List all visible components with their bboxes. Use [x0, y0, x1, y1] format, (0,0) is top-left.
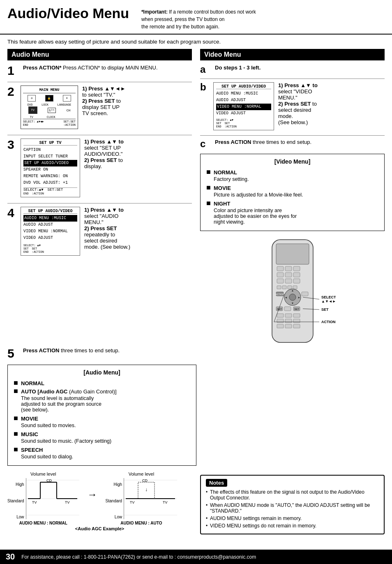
svg-text:ACTION: ACTION [275, 293, 284, 296]
divider-b [200, 135, 385, 136]
notes-item-4: VIDEO MENU settings do not remain in mem… [206, 523, 379, 529]
svg-text:TV: TV [32, 500, 37, 504]
audio-auto-row: ■ AUTO [Audio AGC (Auto Gain Control)] [14, 387, 190, 395]
svg-text:SET: SET [321, 307, 329, 312]
audio-menu-column: Audio Menu 1 Press ACTION* Press ACTION*… [7, 49, 192, 346]
svg-rect-34 [293, 319, 300, 323]
audio-speech-title: SPEECH [21, 447, 43, 453]
chart2-caption: AUDIO MENU : AUTO [120, 521, 162, 525]
chart1-svg: CD TV TV [26, 478, 79, 519]
audio-movie-desc: Sound suited to movies. [21, 423, 190, 428]
charts-notes-row: Volume level High Standard Low [0, 472, 392, 534]
step-5: 5 Press ACTION three times to end setup. [7, 347, 385, 360]
audio-bullet-normal: ■ [14, 379, 19, 386]
video-normal-title: NORMAL [214, 169, 237, 176]
step-4-2b: repeatedly to [84, 231, 192, 238]
audio-bullet-speech: ■ [14, 446, 19, 453]
step-b-2c: mode. [278, 113, 385, 119]
step-2-screen-text: MAIN MENU ⊙ 🔒 ≡ DVD LOCK LANGUAGE TV 5³¹ [21, 86, 192, 129]
step-2: 2 MAIN MENU ⊙ 🔒 ≡ DVD LOCK LANGUAGE [7, 86, 192, 129]
svg-rect-29 [277, 314, 284, 317]
mm-icon-dvd: ⊙ [28, 95, 36, 102]
vss-select: SELECT: ▲▼ [216, 118, 271, 122]
svg-rect-37 [293, 324, 300, 328]
step-2-2b: display SET UP [82, 104, 192, 110]
svg-point-16 [289, 294, 296, 300]
mi-setup-av: SET UP AUDIO/VIDEO [23, 160, 77, 166]
step-b: b SET UP AUDIO/VIDEO AUDIO MENU :MUSIC A… [200, 82, 385, 130]
step-c-text: three times to end setup. [253, 139, 311, 145]
step-a: a Do steps 1 - 3 left. [200, 65, 385, 74]
step-b-2a: 2) Press SET [278, 101, 311, 107]
svg-rect-32 [277, 319, 284, 323]
mi-caption: CAPTION [23, 147, 77, 153]
mm-labels-row1: DVD LOCK LANGUAGE [23, 103, 76, 106]
step-5-content: Press ACTION three times to end setup. [23, 347, 385, 354]
avs-title: SET UP AUDIO/VIDEO [23, 209, 77, 214]
bullet-normal: ■ [206, 168, 212, 176]
bullet-movie: ■ [206, 184, 212, 191]
svg-text:TV: TV [163, 500, 168, 504]
step-4-1b: select "AUDIO [84, 213, 192, 219]
step-1-action: Press ACTION* [23, 65, 61, 71]
notes-item-2: When AUDIO MENU mode is "AUTO," the AUDI… [206, 502, 379, 514]
mm-label-tv: TV [30, 116, 33, 119]
svg-rect-6 [285, 273, 292, 277]
charts-area: Volume level High Standard Low [7, 472, 192, 531]
important-note: *Important: If a remote control button d… [141, 6, 385, 30]
svg-rect-9 [285, 279, 292, 283]
main-menu-screen: MAIN MENU ⊙ 🔒 ≡ DVD LOCK LANGUAGE TV 5³¹ [21, 86, 78, 129]
video-setup-screen: SET UP AUDIO/VIDEO AUDIO MENU :MUSIC AUD… [213, 82, 274, 130]
step-3-1c: AUDIO/VIDEO." [84, 151, 192, 157]
svg-text:◄: ◄ [284, 296, 287, 299]
video-menu-box-title: [Video Menu] [206, 158, 378, 165]
step-b-2d: (See below.) [278, 119, 385, 125]
svg-rect-12 [282, 286, 286, 289]
audio-music-row: ■ MUSIC [14, 430, 190, 437]
divider-1 [7, 82, 192, 82]
step-2-2a: 2) Press SET [82, 98, 115, 104]
chart2-svg: CD TV TV ↓ [124, 478, 177, 519]
setup-tv-screen: SET UP TV CAPTION INPUT SELECT TUNER SET… [21, 139, 80, 197]
step-5-number: 5 [7, 347, 20, 360]
remote-svg: ▲ ▼ ◄ ► ACTION SET SET [249, 238, 336, 344]
video-normal-row: ■ NORMAL [206, 168, 378, 176]
step-a-content: Do steps 1 - 3 left. [215, 65, 385, 71]
avs-select: SELECT: ▲▼ [23, 244, 77, 247]
chart1-body: High Standard Low [7, 478, 79, 519]
notes-box: Notes The effects of this feature on the… [200, 475, 385, 534]
video-movie-desc: Picture is adjusted for a Movie-like fee… [214, 192, 378, 198]
svg-text:TV: TV [65, 500, 70, 504]
step-5-action: Press ACTION [23, 347, 59, 354]
vss-set2: SET [225, 122, 230, 125]
svg-rect-14 [293, 286, 297, 289]
chart-arrow: → [88, 489, 97, 500]
step-2-2c: TV screen. [82, 110, 192, 116]
step-3: 3 SET UP TV CAPTION INPUT SELECT TUNER S… [7, 139, 192, 197]
audio-normal-row: ■ NORMAL [14, 379, 190, 386]
mm-end: END :ACTION [23, 123, 76, 127]
avs-end-l: END [23, 250, 29, 254]
audio-normal-title: NORMAL [21, 380, 44, 386]
step-b-letter: b [200, 82, 212, 92]
avs-action: :ACTION [32, 250, 44, 254]
mi-dvd: DVD VOL ADJUST: +1 [23, 180, 77, 186]
audio-agc-example: <Audio AGC Example> [7, 526, 192, 531]
notes-item-1: The effects of this feature on the signa… [206, 489, 379, 501]
video-night-row: ■ NIGHT [206, 199, 378, 207]
audio-music-desc: Sound suited to music. (Factory setting) [21, 438, 190, 444]
step-2-1b: to select "TV." [82, 92, 192, 98]
mm-title: MAIN MENU [23, 88, 76, 93]
chart1-caption: AUDIO MENU : NORMAL [19, 521, 67, 525]
important-label: *Important: [141, 9, 168, 15]
svg-rect-1 [276, 244, 309, 264]
step-b-screen-text: SET UP AUDIO/VIDEO AUDIO MENU :MUSIC AUD… [213, 82, 385, 130]
mm-ch: CH [67, 109, 71, 112]
svg-rect-2 [277, 266, 284, 271]
chart-auto: Volume level High Standard Low [106, 472, 178, 525]
chart2-high: High [114, 482, 122, 487]
audio-movie-row: ■ MOVIE [14, 414, 190, 422]
chart-vol-label-2: Volume level [129, 472, 154, 476]
mm-icon-tv: TV [28, 106, 37, 114]
mm-label-dvd: DVD [28, 103, 33, 106]
